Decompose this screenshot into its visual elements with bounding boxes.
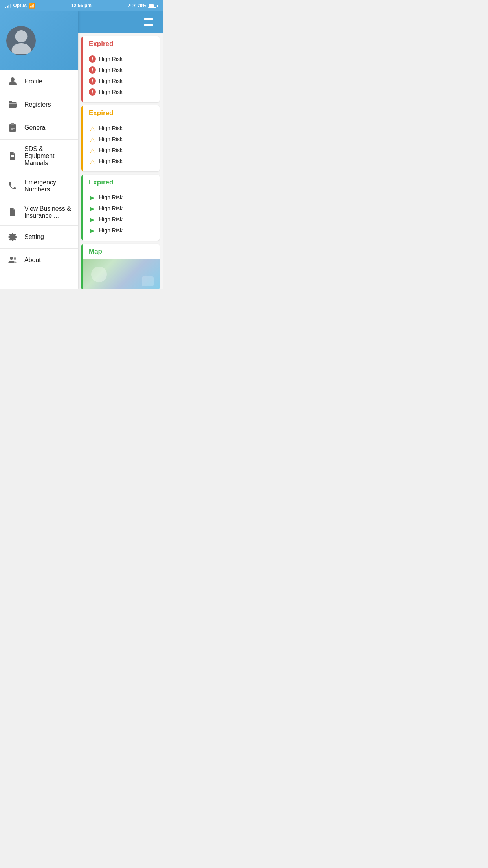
svg-rect-6: [11, 123, 14, 125]
phone-icon: [7, 180, 18, 191]
sidebar-item-registers-label: Registers: [24, 101, 51, 108]
card-orange-header: Expired: [81, 105, 160, 120]
sidebar-item-registers[interactable]: Registers: [0, 93, 78, 116]
sidebar-item-emergency-label: Emergency Numbers: [24, 179, 71, 193]
svg-point-14: [10, 257, 13, 260]
card-map[interactable]: Map: [81, 244, 160, 289]
gear-icon: [7, 232, 18, 243]
orange-warn-icon: △: [89, 147, 96, 154]
sidebar-item-sds-label: SDS & Equipment Manuals: [24, 145, 71, 167]
cards-container: Expired i High Risk i High Risk i High R…: [78, 33, 163, 289]
card-item-text: High Risk: [99, 67, 123, 73]
right-panel: Expired i High Risk i High Risk i High R…: [78, 11, 163, 289]
main-container: Profile Registers: [0, 11, 163, 289]
wifi-icon: 📶: [29, 3, 35, 9]
card-orange-expired[interactable]: Expired △ High Risk △ High Risk △ High R…: [81, 105, 160, 171]
sidebar-item-sds[interactable]: SDS & Equipment Manuals: [0, 140, 78, 173]
svg-point-0: [15, 30, 27, 42]
card-item-text: High Risk: [99, 136, 123, 142]
svg-rect-12: [11, 158, 13, 158]
sidebar-item-setting-label: Setting: [24, 234, 44, 241]
list-item[interactable]: △ High Risk: [89, 156, 154, 167]
sidebar-item-business[interactable]: View Business & Insurance ...: [0, 199, 78, 226]
green-play-icon: ▶: [89, 194, 96, 201]
red-info-icon: i: [89, 55, 96, 63]
svg-rect-11: [11, 156, 14, 157]
list-item[interactable]: i High Risk: [89, 53, 154, 64]
document-icon: [7, 151, 18, 162]
svg-point-15: [14, 257, 16, 260]
card-item-text: High Risk: [99, 194, 123, 200]
clipboard-icon: [7, 122, 18, 133]
list-item[interactable]: ▶ High Risk: [89, 203, 154, 214]
green-play-icon: ▶: [89, 227, 96, 234]
avatar[interactable]: [6, 26, 36, 55]
sidebar-item-about-label: About: [24, 257, 41, 264]
card-item-text: High Risk: [99, 78, 123, 84]
map-card-header: Map: [81, 244, 160, 259]
red-info-icon: i: [89, 66, 96, 74]
svg-rect-4: [9, 101, 12, 103]
card-item-text: High Risk: [99, 205, 123, 211]
orange-warn-icon: △: [89, 125, 96, 132]
red-info-icon: i: [89, 77, 96, 85]
card-green-title: Expired: [89, 178, 113, 186]
svg-point-2: [11, 77, 15, 81]
sidebar-item-setting[interactable]: Setting: [0, 226, 78, 249]
red-info-icon: i: [89, 88, 96, 96]
hamburger-button[interactable]: [142, 17, 155, 27]
list-item[interactable]: △ High Risk: [89, 145, 154, 156]
svg-point-1: [11, 43, 31, 54]
svg-rect-3: [9, 102, 17, 108]
right-header: [78, 11, 163, 33]
card-orange-body: △ High Risk △ High Risk △ High Risk △ Hi…: [81, 120, 160, 171]
green-play-icon: ▶: [89, 216, 96, 223]
card-item-text: High Risk: [99, 147, 123, 153]
bluetooth-icon: ✶: [132, 3, 136, 8]
folder-icon: [7, 99, 18, 110]
svg-rect-7: [11, 127, 15, 127]
card-item-text: High Risk: [99, 158, 123, 164]
card-item-text: High Risk: [99, 89, 123, 95]
sidebar-item-profile[interactable]: Profile: [0, 70, 78, 93]
sidebar-header: [0, 11, 78, 70]
card-item-text: High Risk: [99, 216, 123, 223]
card-item-text: High Risk: [99, 56, 123, 62]
people-icon: [7, 255, 18, 266]
list-item[interactable]: △ High Risk: [89, 134, 154, 145]
status-bar-left: Optus 📶: [5, 3, 35, 9]
location-icon: ↗: [127, 3, 131, 8]
list-item[interactable]: i High Risk: [89, 86, 154, 97]
card-red-title: Expired: [89, 40, 113, 48]
sidebar-item-general[interactable]: General: [0, 116, 78, 140]
card-orange-title: Expired: [89, 109, 113, 117]
sidebar-nav: Profile Registers: [0, 70, 78, 289]
card-item-text: High Risk: [99, 227, 123, 234]
orange-warn-icon: △: [89, 158, 96, 165]
person-icon: [7, 76, 18, 87]
map-card-title: Map: [89, 248, 102, 255]
orange-warn-icon: △: [89, 136, 96, 143]
green-play-icon: ▶: [89, 205, 96, 212]
list-item[interactable]: i High Risk: [89, 75, 154, 86]
status-bar-time: 12:55 pm: [71, 3, 92, 8]
card-item-text: High Risk: [99, 125, 123, 131]
list-item[interactable]: △ High Risk: [89, 123, 154, 134]
sidebar-item-profile-label: Profile: [24, 78, 42, 85]
sidebar-item-about[interactable]: About: [0, 249, 78, 272]
map-placeholder: [81, 259, 160, 289]
document2-icon: [7, 207, 18, 218]
status-bar: Optus 📶 12:55 pm ↗ ✶ 70%: [0, 0, 163, 11]
signal-bars-icon: [5, 3, 11, 8]
card-red-expired[interactable]: Expired i High Risk i High Risk i High R…: [81, 36, 160, 102]
card-green-expired[interactable]: Expired ▶ High Risk ▶ High Risk ▶ High R…: [81, 175, 160, 241]
sidebar-item-general-label: General: [24, 124, 47, 131]
card-red-header: Expired: [81, 36, 160, 51]
sidebar-item-emergency[interactable]: Emergency Numbers: [0, 173, 78, 199]
list-item[interactable]: ▶ High Risk: [89, 192, 154, 203]
list-item[interactable]: i High Risk: [89, 64, 154, 75]
sidebar: Profile Registers: [0, 11, 78, 289]
card-green-body: ▶ High Risk ▶ High Risk ▶ High Risk ▶ Hi…: [81, 189, 160, 241]
list-item[interactable]: ▶ High Risk: [89, 225, 154, 236]
list-item[interactable]: ▶ High Risk: [89, 214, 154, 225]
